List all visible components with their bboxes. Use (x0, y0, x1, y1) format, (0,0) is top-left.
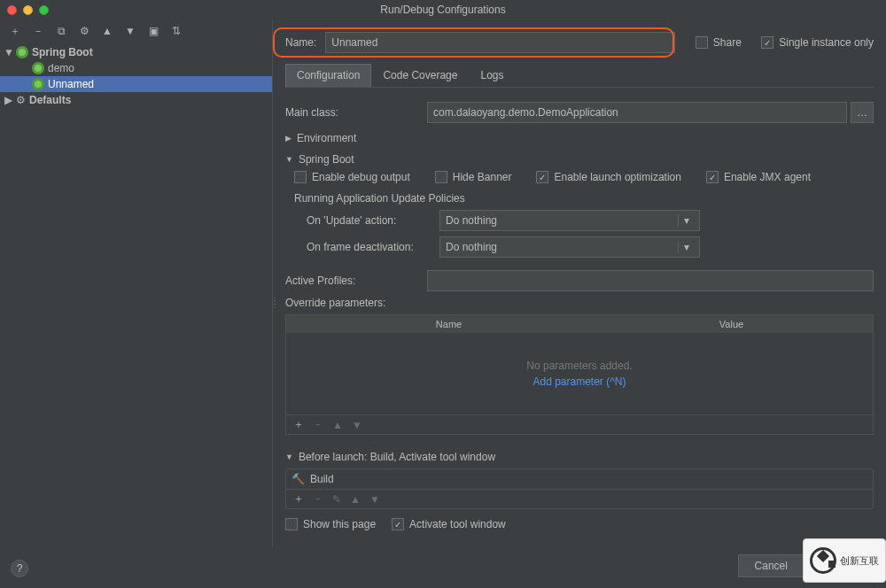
override-label: Override parameters: (285, 297, 874, 309)
checkbox-icon (392, 518, 404, 530)
remove-icon: － (313, 417, 323, 432)
tree-group-label: Spring Boot (32, 46, 93, 58)
before-launch-label: Before launch: Build, Activate tool wind… (299, 451, 495, 463)
collapse-arrow-icon: ▶ (4, 94, 12, 106)
override-table: Name Value No parameters added. Add para… (285, 314, 874, 435)
add-icon[interactable]: ＋ (293, 417, 304, 432)
move-down-icon: ▼ (352, 419, 362, 431)
share-label: Share (713, 36, 742, 49)
single-instance-checkbox[interactable]: Single instance only (761, 36, 874, 49)
content-area: ⋮⋮ Name: Share Single instance only Conf… (273, 19, 886, 547)
activate-tool-label: Activate tool window (409, 518, 506, 530)
override-col-value: Value (590, 319, 873, 329)
active-profiles-input[interactable] (427, 270, 874, 291)
spring-boot-label: Spring Boot (299, 153, 354, 166)
environment-label: Environment (297, 132, 356, 144)
gear-icon: ⚙ (16, 94, 26, 106)
collapse-arrow-icon: ▶ (285, 134, 291, 143)
on-update-label: On 'Update' action: (307, 214, 431, 227)
config-tree: ▼ Spring Boot demo Unnamed ▶ ⚙ Defaults (0, 43, 272, 547)
environment-section[interactable]: ▶ Environment (285, 132, 874, 144)
active-profiles-label: Active Profiles: (285, 275, 427, 287)
tab-logs[interactable]: Logs (469, 64, 515, 87)
move-up-icon: ▲ (350, 493, 361, 506)
on-update-select[interactable]: Do nothing ▾ (439, 210, 700, 231)
tree-group-defaults[interactable]: ▶ ⚙ Defaults (0, 92, 272, 108)
task-row-build[interactable]: 🔨 Build (286, 469, 873, 489)
help-button[interactable]: ? (11, 560, 28, 577)
before-launch-tasks: 🔨 Build ＋ － ✎ ▲ ▼ (285, 468, 874, 509)
on-frame-label: On frame deactivation: (307, 241, 431, 253)
expand-arrow-icon: ▼ (4, 46, 12, 58)
checkbox-icon (285, 518, 298, 530)
sort-icon[interactable]: ⇅ (170, 25, 183, 37)
main-class-label: Main class: (285, 106, 427, 119)
before-launch-section[interactable]: ▼ Before launch: Build, Activate tool wi… (285, 451, 874, 463)
hide-banner-checkbox[interactable]: Hide Banner (435, 171, 512, 183)
sidebar: ＋ － ⧉ ⚙ ▲ ▼ ▣ ⇅ ▼ Spring Boot demo Unnam… (0, 19, 273, 547)
enable-jmx-label: Enable JMX agent (724, 171, 811, 183)
tab-code-coverage[interactable]: Code Coverage (371, 64, 469, 87)
add-icon[interactable]: ＋ (9, 25, 21, 37)
spring-boot-section[interactable]: ▼ Spring Boot (285, 153, 874, 166)
override-empty-text: No parameters added. (526, 360, 632, 372)
move-down-icon[interactable]: ▼ (124, 25, 136, 37)
activate-tool-checkbox[interactable]: Activate tool window (392, 518, 506, 530)
single-instance-label: Single instance only (779, 36, 874, 49)
add-icon[interactable]: ＋ (293, 491, 304, 507)
tree-item-demo[interactable]: demo (0, 60, 272, 76)
enable-debug-label: Enable debug output (312, 171, 410, 183)
watermark-icon (810, 547, 836, 574)
tree-group-spring-boot[interactable]: ▼ Spring Boot (0, 44, 272, 60)
move-up-icon[interactable]: ▲ (101, 25, 113, 37)
on-frame-select[interactable]: Do nothing ▾ (439, 236, 700, 258)
browse-class-button[interactable]: … (851, 102, 874, 123)
main-class-input[interactable] (427, 102, 847, 123)
sidebar-toolbar: ＋ － ⧉ ⚙ ▲ ▼ ▣ ⇅ (0, 19, 272, 43)
folder-icon[interactable]: ▣ (147, 25, 159, 37)
checkbox-icon (761, 36, 773, 49)
share-checkbox[interactable]: Share (696, 36, 742, 49)
resize-handle-icon[interactable]: ⋮⋮ (273, 299, 277, 306)
close-window-icon[interactable] (7, 5, 17, 15)
window-controls (7, 5, 49, 15)
remove-icon[interactable]: － (32, 25, 44, 37)
task-label: Build (310, 473, 334, 485)
add-parameter-link[interactable]: Add parameter (^N) (532, 375, 626, 388)
copy-icon[interactable]: ⧉ (55, 25, 67, 37)
tab-configuration[interactable]: Configuration (285, 64, 371, 87)
enable-debug-checkbox[interactable]: Enable debug output (294, 171, 410, 183)
remove-icon: － (313, 491, 323, 507)
show-page-label: Show this page (303, 518, 376, 530)
tree-group-label: Defaults (29, 94, 71, 106)
checkbox-icon (696, 36, 708, 49)
name-label: Name: (285, 36, 316, 49)
move-down-icon: ▼ (369, 493, 380, 506)
enable-launch-checkbox[interactable]: Enable launch optimization (536, 171, 680, 183)
main-class-row: Main class: … (285, 102, 874, 123)
name-input[interactable] (325, 32, 675, 53)
minimize-window-icon[interactable] (23, 5, 33, 15)
checkbox-icon (294, 171, 307, 183)
settings-icon[interactable]: ⚙ (78, 25, 90, 37)
checkbox-icon (435, 171, 447, 183)
show-page-checkbox[interactable]: Show this page (285, 518, 376, 530)
watermark-text: 创新互联 (840, 556, 879, 566)
cancel-button[interactable]: Cancel (738, 554, 804, 577)
on-update-value: Do nothing (446, 214, 497, 227)
edit-icon: ✎ (332, 493, 341, 506)
tree-item-unnamed[interactable]: Unnamed (0, 76, 272, 92)
tree-item-label: Unnamed (48, 78, 94, 90)
name-row: Name: Share Single instance only (285, 32, 874, 53)
titlebar: Run/Debug Configurations (0, 0, 886, 19)
hammer-icon: 🔨 (291, 473, 305, 485)
spring-icon (16, 46, 28, 58)
hide-banner-label: Hide Banner (453, 171, 512, 183)
checkbox-icon (706, 171, 719, 183)
maximize-window-icon[interactable] (39, 5, 49, 15)
enable-jmx-checkbox[interactable]: Enable JMX agent (706, 171, 811, 183)
override-col-name: Name (307, 319, 590, 329)
chevron-down-icon: ▾ (678, 214, 694, 227)
window-title: Run/Debug Configurations (380, 4, 505, 16)
watermark-logo: 创新互联 (803, 538, 886, 583)
